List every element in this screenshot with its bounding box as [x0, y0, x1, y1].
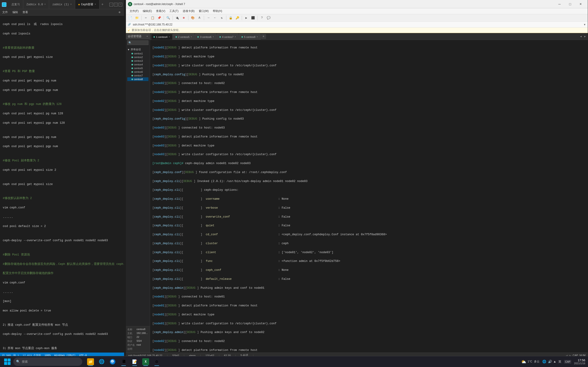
xshell-menu-file[interactable]: 文件(F)	[128, 9, 140, 14]
taskbar-language[interactable]: 英	[558, 360, 561, 364]
terminal-tab-next[interactable]: ▶	[583, 35, 587, 38]
toolbar-color-btn[interactable]: 🎨	[190, 15, 196, 21]
xshell-menu-help[interactable]: 帮助(H)	[211, 9, 224, 14]
session-panel-close-btn[interactable]: ×	[147, 35, 148, 38]
new-tab-button[interactable]: +	[99, 2, 105, 7]
session-item-centos2[interactable]: centos2	[127, 55, 148, 59]
taskbar-search-text: 搜索	[22, 360, 28, 364]
editor-tab-2[interactable]: zabbix (1) ×	[49, 0, 75, 9]
toolbar-disconnect-btn[interactable]: ⊗	[181, 15, 187, 21]
xshell-address-expand[interactable]: ▼	[583, 23, 586, 26]
taskbar-date: 2021/1/16	[574, 362, 585, 365]
taskbar-app-vm[interactable]: 🖥	[119, 357, 129, 367]
terminal-tab-centos4[interactable]: 1 centos4 ×	[151, 34, 173, 40]
taskbar-app-browser[interactable]: 🌐	[96, 357, 107, 367]
toolbar-paste-btn[interactable]: 📌	[156, 15, 162, 21]
toolbar-lock-btn[interactable]: 🔒	[228, 15, 234, 21]
toolbar-new-btn[interactable]: 📄	[127, 15, 133, 21]
xshell-menu-tools[interactable]: 工具(T)	[167, 9, 180, 14]
editor-tab-0[interactable]: 总复习	[8, 0, 23, 9]
terminal-tab-centos8[interactable]: 5 centos8 ×	[239, 34, 260, 40]
editor-tab-1-close[interactable]: ×	[44, 3, 46, 6]
session-item-centos5[interactable]: centos5	[127, 66, 148, 70]
editor-tab-2-close[interactable]: ×	[70, 3, 72, 6]
start-sq-3	[4, 362, 7, 365]
editor-menu-view[interactable]: 查看	[23, 10, 28, 14]
session-item-centos4[interactable]: centos4	[127, 63, 148, 66]
toolbar-chat-btn[interactable]: 💬	[266, 15, 272, 21]
xshell-address-icon: 🔗	[128, 23, 131, 26]
editor-tab-1[interactable]: Zabbix 6.0 ×	[23, 0, 49, 9]
editor-menu-file[interactable]: 文件	[2, 10, 8, 14]
toolbar-send-btn[interactable]: →	[205, 15, 211, 21]
xshell-close-btn[interactable]: ×	[575, 0, 586, 8]
terminal-tab-centos7-close[interactable]: ×	[235, 36, 236, 38]
xshell-notification: ↙ 要添加当前会话，点击左侧的箭头按钮。	[126, 27, 588, 33]
toolbar-macro-btn[interactable]: ⬛	[250, 15, 256, 21]
terminal-tab-centos6-close[interactable]: ×	[213, 36, 214, 38]
taskbar-search-box[interactable]: 🔍 搜索	[13, 358, 82, 366]
terminal-tab-centos6-label: 3 centos6	[200, 36, 211, 38]
xshell-maximize-btn[interactable]: □	[565, 0, 575, 8]
terminal-tab-centos6[interactable]: 3 centos6 ×	[195, 34, 216, 40]
terminal-new-tab-btn[interactable]: +	[261, 34, 266, 39]
terminal-output[interactable]: [node01][DEBUG ] detect platform informa…	[150, 40, 588, 352]
xshell-menu-tabs[interactable]: 选项卡(B)	[181, 9, 197, 14]
editor-settings-icon[interactable]: ⚙	[117, 10, 122, 15]
editor-tab-3[interactable]: Ceph部署 ×	[75, 0, 99, 9]
editor-maximize-btn[interactable]: □	[114, 3, 118, 6]
session-item-centos6-label: centos6	[134, 70, 143, 73]
terminal-tab-centos7[interactable]: 4 centos7 ×	[217, 34, 239, 40]
toolbar-key-btn[interactable]: 🔑	[234, 15, 240, 21]
xshell-notif-text: 要添加当前会话，点击左侧的箭头按钮。	[132, 28, 181, 32]
editor-tab-1-label: Zabbix 6.0	[26, 3, 43, 6]
toolbar-zmodem-btn[interactable]: ⇅	[219, 15, 225, 21]
session-item-centos3[interactable]: centos3	[127, 59, 148, 63]
toolbar-script-btn[interactable]: ▶	[243, 15, 249, 21]
toolbar-help-btn[interactable]: ?	[259, 15, 265, 21]
session-item-centos1[interactable]: centos1	[127, 52, 148, 55]
xshell-menu-view[interactable]: 查看(V)	[154, 9, 167, 14]
terminal-tab-centos5-close[interactable]: ×	[191, 36, 192, 38]
xshell-menu-window[interactable]: 窗口(W)	[197, 9, 210, 14]
start-button[interactable]	[3, 357, 12, 366]
session-group-label[interactable]: ▼ 所有会话	[127, 47, 148, 52]
toolbar-cut-btn[interactable]: ✂	[143, 15, 149, 21]
xshell-minimize-btn[interactable]: ─	[554, 0, 565, 8]
xshell-app-icon: X	[128, 2, 132, 6]
editor-minimize-btn[interactable]: ─	[109, 3, 113, 6]
toolbar-font-btn[interactable]: A	[197, 15, 202, 21]
taskbar-app-xshell[interactable]: X	[141, 357, 151, 367]
editor-menu-edit[interactable]: 编辑	[12, 10, 18, 14]
terminal-tab-nav: ◀ ▶	[579, 35, 587, 38]
terminal-tab-centos8-dot	[242, 36, 243, 38]
weather-info: 1°C 多云	[527, 360, 539, 364]
editor-tab-3-close[interactable]: ×	[95, 3, 96, 6]
toolbar-copy-btn[interactable]: 📋	[150, 15, 156, 21]
taskbar-volume-icon[interactable]: 🔊	[548, 360, 552, 364]
toolbar-search-btn[interactable]: 🔍	[165, 15, 171, 21]
editor-close-btn[interactable]: ×	[119, 3, 122, 6]
terminal-tab-prev[interactable]: ◀	[579, 35, 583, 38]
weather-icon: ⛅	[521, 359, 526, 364]
session-search-input[interactable]	[127, 40, 148, 45]
taskbar-app-edge[interactable]	[108, 357, 118, 367]
xshell-menu-edit[interactable]: 编辑(E)	[141, 9, 154, 14]
taskbar-app-files[interactable]: 📁	[86, 357, 95, 367]
session-item-centos7[interactable]: centos7	[127, 74, 148, 77]
session-item-centos8[interactable]: centos8	[127, 77, 148, 81]
taskbar-app-notepad[interactable]: 📝	[130, 357, 140, 367]
toolbar-receive-btn[interactable]: ←	[212, 15, 218, 21]
taskbar-app-settings[interactable]: ⚙️	[152, 357, 162, 367]
terminal-tab-centos5[interactable]: 2 centos5 ×	[173, 34, 195, 40]
xshell-content-area: 会话管理器 × ▼ 所有会话 centos1	[126, 33, 588, 352]
taskbar-network-icon[interactable]: 🌐	[542, 360, 546, 364]
terminal-tab-centos8-close[interactable]: ×	[257, 36, 258, 38]
session-item-centos6[interactable]: centos6	[127, 70, 148, 74]
terminal-tab-centos4-close[interactable]: ×	[169, 36, 170, 38]
terminal-tab-centos4-dot	[154, 36, 155, 38]
toolbar-connect-btn[interactable]: 🔌	[174, 15, 180, 21]
taskbar-clock[interactable]: 17:56 2021/1/16	[574, 359, 585, 365]
taskbar-weather[interactable]: ⛅ 1°C 多云	[521, 359, 539, 364]
toolbar-open-btn[interactable]: 📁	[134, 15, 140, 21]
